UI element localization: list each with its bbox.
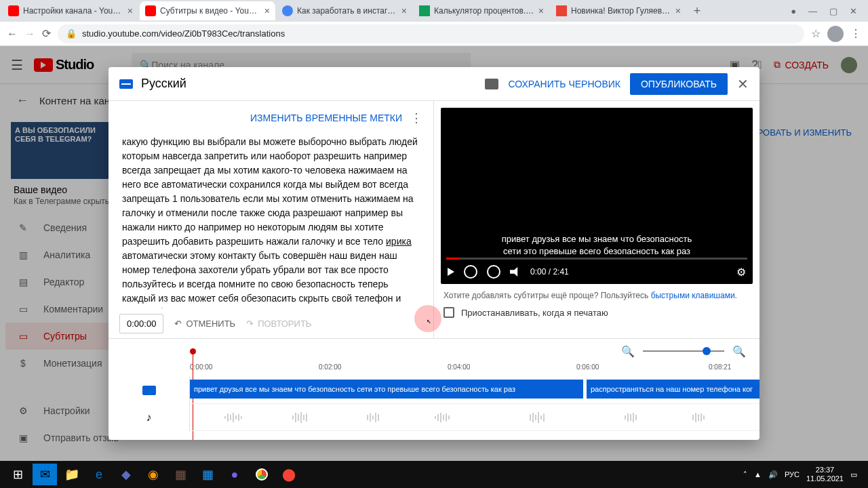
subtitle-track-header[interactable] bbox=[108, 377, 190, 404]
create-icon: ⧉ bbox=[774, 59, 781, 70]
reload-icon[interactable]: ⟳ bbox=[42, 27, 51, 40]
pause-while-typing-checkbox[interactable]: Приостанавливать, когда я печатаю bbox=[441, 307, 753, 318]
tray-volume-icon[interactable]: 🔊 bbox=[768, 470, 778, 479]
comments-icon: ▭ bbox=[16, 304, 30, 314]
start-button[interactable]: ⊞ bbox=[4, 461, 31, 488]
hamburger-icon[interactable]: ☰ bbox=[11, 57, 23, 73]
tray-notifications-icon[interactable]: ▭ bbox=[850, 470, 857, 479]
tab-1[interactable]: Субтитры к видео - YouTube St× bbox=[140, 1, 275, 20]
redo-icon: ↷ bbox=[246, 319, 254, 329]
timeline: 🔍 🔍 0:00:00 0:02:00 0:04:00 0:06:00 0:08… bbox=[108, 338, 760, 440]
time-ruler[interactable]: 0:00:00 0:02:00 0:04:00 0:06:00 0:08:21 bbox=[190, 363, 760, 377]
subtitle-track[interactable]: привет друзья все мы знаем что безопасно… bbox=[190, 377, 760, 404]
app-icon[interactable]: ▦ bbox=[194, 461, 221, 488]
back-icon[interactable]: ← bbox=[7, 28, 18, 40]
tab-3[interactable]: Калькулятор процентов. Проце× bbox=[414, 1, 549, 20]
language-label: Русский bbox=[141, 77, 186, 91]
play-icon bbox=[34, 58, 53, 72]
tray-network-icon[interactable]: ▲ bbox=[754, 470, 762, 479]
close-window-icon[interactable]: ✕ bbox=[850, 6, 857, 16]
url-input[interactable]: 🔒studio.youtube.com/video/Zi0bT983Cec/tr… bbox=[58, 24, 804, 43]
audio-track[interactable] bbox=[190, 404, 760, 431]
windows-taskbar: ⊞ ✉ 📁 e ◆ ◉ ▦ ▦ ● ⬤ ˄ ▲ 🔊 РУС 23:3711.05… bbox=[0, 461, 868, 488]
profile-avatar[interactable] bbox=[827, 26, 844, 42]
subtitle-text-editor[interactable]: какую функцию вы выбрали вы можете выбор… bbox=[108, 135, 433, 308]
volume-icon[interactable] bbox=[510, 267, 521, 277]
app-icon[interactable]: ▦ bbox=[167, 461, 194, 488]
video-thumbnail[interactable]: А ВЫ ОБЕЗОПАСИЛИ СЕБЯ В TELEGRAM? bbox=[11, 122, 113, 179]
music-note-icon: ♪ bbox=[146, 411, 152, 424]
studio-logo[interactable]: Studio bbox=[34, 57, 94, 73]
close-icon[interactable]: × bbox=[538, 5, 544, 16]
tab-4[interactable]: Новинка! Виктор Гуляев, добав× bbox=[551, 1, 686, 20]
edge-icon[interactable]: e bbox=[85, 461, 113, 488]
dollar-icon: $ bbox=[16, 358, 30, 369]
forward-icon[interactable]: → bbox=[24, 28, 35, 40]
shortcuts-link[interactable]: быстрыми клавишами bbox=[651, 291, 735, 300]
app-icon[interactable]: ◉ bbox=[140, 461, 167, 488]
video-caption: привет друзья все мы знаем что безопасно… bbox=[441, 233, 753, 258]
app-icon[interactable]: ◆ bbox=[113, 461, 140, 488]
subtitle-icon bbox=[119, 79, 133, 89]
maximize-icon[interactable]: ▢ bbox=[829, 6, 837, 16]
tab-2[interactable]: Как заработать в инстаграм | 8× bbox=[277, 1, 412, 20]
gmail-icon bbox=[556, 5, 567, 16]
zoom-slider[interactable] bbox=[643, 350, 724, 352]
zoom-in-icon[interactable]: 🔍 bbox=[732, 345, 746, 358]
address-bar: ← → ⟳ 🔒studio.youtube.com/video/Zi0bT983… bbox=[0, 22, 868, 46]
audio-track-header[interactable]: ♪ bbox=[108, 404, 190, 431]
star-icon[interactable]: ☆ bbox=[811, 27, 821, 40]
close-modal-icon[interactable]: ✕ bbox=[737, 76, 749, 92]
timestamp-input[interactable]: 0:00:00 bbox=[119, 314, 163, 333]
rewind-icon[interactable] bbox=[464, 265, 477, 279]
tab-0[interactable]: Настройки канала - YouTube St× bbox=[3, 1, 138, 20]
account-icon[interactable]: ● bbox=[791, 6, 796, 16]
checkbox-icon bbox=[443, 307, 454, 318]
feedback-icon: ▣ bbox=[16, 432, 30, 443]
undo-button[interactable]: ↶ОТМЕНИТЬ bbox=[174, 319, 235, 329]
explorer-icon[interactable]: 📁 bbox=[58, 461, 85, 488]
youtube-icon bbox=[8, 5, 19, 16]
forward-icon[interactable] bbox=[487, 265, 500, 279]
comment-icon[interactable] bbox=[485, 79, 498, 89]
redo-button[interactable]: ↷ПОВТОРИТЬ bbox=[246, 319, 311, 329]
gear-icon: ⚙ bbox=[16, 405, 30, 416]
subtitle-editor-modal: Русский СОХРАНИТЬ ЧЕРНОВИК ОПУБЛИКОВАТЬ … bbox=[108, 67, 760, 440]
youtube-icon bbox=[145, 5, 156, 16]
publish-button[interactable]: ОПУБЛИКОВАТЬ bbox=[630, 73, 728, 95]
chrome-icon[interactable] bbox=[248, 461, 275, 488]
close-icon[interactable]: × bbox=[401, 5, 407, 16]
edit-timings-button[interactable]: ИЗМЕНИТЬ ВРЕМЕННЫЕ МЕТКИ bbox=[250, 113, 402, 123]
create-button[interactable]: ⧉СОЗДАТЬ bbox=[774, 59, 829, 70]
shortcut-hint: Хотите добавлять субтитры ещё проще? Пол… bbox=[441, 284, 753, 307]
close-icon[interactable]: × bbox=[675, 5, 681, 16]
editor-icon: ▤ bbox=[16, 277, 30, 287]
record-icon[interactable]: ⬤ bbox=[275, 461, 302, 488]
favicon-icon bbox=[282, 5, 293, 16]
tray-clock[interactable]: 23:3711.05.2021 bbox=[806, 466, 844, 483]
tray-chevron-icon[interactable]: ˄ bbox=[743, 470, 747, 479]
cc-icon bbox=[142, 386, 156, 395]
cursor-pointer: ↖ bbox=[427, 317, 431, 325]
more-options-icon[interactable]: ⋮ bbox=[410, 110, 422, 125]
new-tab-button[interactable]: + bbox=[688, 4, 707, 18]
lock-icon: 🔒 bbox=[66, 28, 77, 39]
close-icon[interactable]: × bbox=[127, 5, 133, 16]
mail-icon[interactable]: ✉ bbox=[33, 464, 57, 485]
zoom-out-icon[interactable]: 🔍 bbox=[621, 345, 635, 358]
video-player[interactable]: привет друзья все мы знаем что безопасно… bbox=[441, 108, 753, 284]
settings-icon[interactable]: ⚙ bbox=[736, 266, 746, 279]
subtitle-clip-1[interactable]: привет друзья все мы знаем что безопасно… bbox=[190, 380, 583, 399]
analytics-icon: ▥ bbox=[16, 249, 30, 260]
subtitle-clip-2[interactable]: распространяться на наш номер телефона к… bbox=[587, 380, 760, 399]
viber-icon[interactable]: ● bbox=[221, 461, 248, 488]
channel-avatar[interactable] bbox=[841, 57, 857, 73]
close-icon[interactable]: × bbox=[264, 5, 270, 16]
minimize-icon[interactable]: — bbox=[808, 6, 817, 16]
tray-lang[interactable]: РУС bbox=[785, 470, 800, 479]
back-arrow-icon[interactable]: ← bbox=[16, 94, 28, 108]
menu-icon[interactable]: ⋮ bbox=[850, 27, 861, 40]
sheets-icon bbox=[419, 5, 430, 16]
play-icon[interactable] bbox=[448, 268, 454, 276]
save-draft-button[interactable]: СОХРАНИТЬ ЧЕРНОВИК bbox=[508, 79, 620, 89]
